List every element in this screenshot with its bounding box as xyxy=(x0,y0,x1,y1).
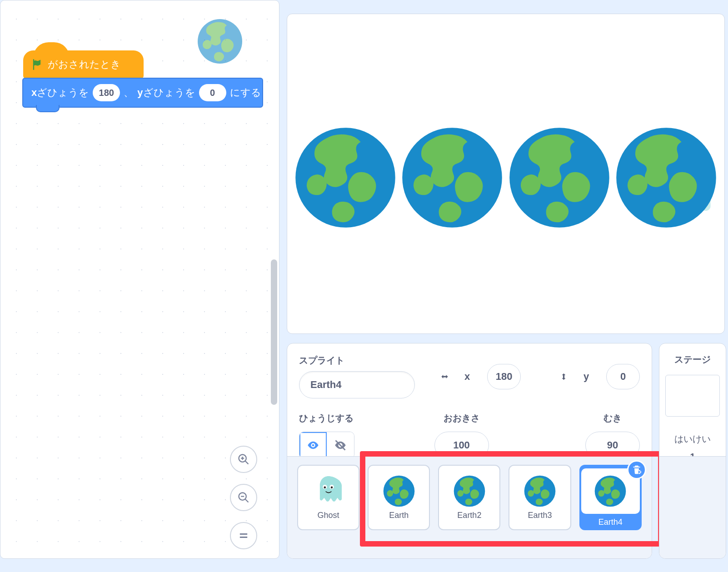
earth-icon xyxy=(454,475,485,507)
sprite-tile-ghost[interactable]: Ghost xyxy=(297,465,359,530)
earth-icon xyxy=(594,475,626,507)
stage-sprite-earth-2[interactable] xyxy=(401,127,503,229)
show-label: ひょうじする xyxy=(299,412,354,424)
ghost-icon xyxy=(313,475,344,507)
sprite-tile-label: Earth3 xyxy=(528,511,552,520)
backdrop-label: はいけい xyxy=(674,433,711,445)
sprite-size-input[interactable]: 100 xyxy=(434,432,489,459)
sprite-tile-earth4[interactable]: Earth4 xyxy=(579,465,642,530)
motion-y-letter: y xyxy=(137,87,143,98)
when-flag-clicked-block[interactable]: がおされたとき xyxy=(23,50,144,79)
stage-panel: ステージ はいけい 1 xyxy=(659,343,726,559)
motion-y-input[interactable]: 0 xyxy=(199,84,226,101)
motion-suffix: にする xyxy=(230,86,261,99)
sprite-tile-earth2[interactable]: Earth2 xyxy=(438,465,500,530)
green-flag-icon xyxy=(30,58,43,71)
sprite-tile-earth3[interactable]: Earth3 xyxy=(509,465,571,530)
sprite-tile-label: Earth4 xyxy=(598,517,623,527)
zoom-in-icon xyxy=(237,453,250,466)
earth-icon xyxy=(524,475,556,507)
sprite-tile-label: Ghost xyxy=(318,511,339,520)
sprite-tile-label: Earth xyxy=(389,511,409,520)
stage-sprite-earth-1[interactable] xyxy=(294,127,396,229)
sprite-info-panel: スプライト x 180 y 0 ひょうじする xyxy=(287,343,652,559)
eye-hide-icon xyxy=(334,439,347,452)
goto-xy-block[interactable]: xざひょうを 180 、 yざひょうを 0 にする xyxy=(22,78,263,108)
zoom-out-icon xyxy=(237,491,250,504)
x-letter: x xyxy=(464,371,470,383)
sprite-section-label: スプライト xyxy=(299,354,415,367)
sprite-name-input[interactable] xyxy=(299,371,415,398)
sprite-tile-label: Earth2 xyxy=(457,511,481,520)
y-letter: y xyxy=(583,371,589,383)
stage-sprite-earth-4[interactable] xyxy=(615,127,717,229)
size-label: おおきさ xyxy=(444,412,480,424)
stage-panel-footer xyxy=(659,456,726,558)
block-stack[interactable]: がおされたとき xざひょうを 180 、 yざひょうを 0 にする xyxy=(23,50,263,108)
show-sprite-button[interactable] xyxy=(299,432,327,458)
sprite-list: GhostEarthEarth2Earth3Earth4 xyxy=(287,456,652,558)
scripts-scrollbar[interactable] xyxy=(271,259,277,405)
delete-sprite-button[interactable] xyxy=(627,460,646,479)
motion-x-letter: x xyxy=(31,87,37,98)
eye-show-icon xyxy=(307,439,319,452)
motion-x-input[interactable]: 180 xyxy=(93,84,120,101)
horizontal-arrows-icon xyxy=(440,371,449,383)
hat-block-label: がおされたとき xyxy=(48,58,121,71)
visibility-toggle xyxy=(299,432,354,459)
stage[interactable] xyxy=(287,14,725,334)
sprite-tile-earth[interactable]: Earth xyxy=(368,465,430,530)
motion-word-1: ざひょうを xyxy=(37,87,89,98)
hide-sprite-button[interactable] xyxy=(327,432,354,458)
scripts-panel[interactable]: がおされたとき xざひょうを 180 、 yざひょうを 0 にする xyxy=(0,0,279,559)
vertical-arrows-icon xyxy=(559,371,568,383)
motion-separator: 、 xyxy=(124,86,134,99)
stage-title: ステージ xyxy=(674,353,711,366)
direction-label: むき xyxy=(603,412,622,424)
zoom-reset-icon xyxy=(237,529,250,542)
earth-icon xyxy=(383,475,415,507)
stage-sprite-earth-3[interactable] xyxy=(509,127,610,229)
zoom-out-button[interactable] xyxy=(230,484,257,511)
backdrop-thumbnail[interactable] xyxy=(665,375,720,417)
zoom-reset-button[interactable] xyxy=(230,522,257,549)
motion-word-2: ざひょうを xyxy=(143,87,195,98)
trash-icon xyxy=(632,465,641,474)
sprite-y-input[interactable]: 0 xyxy=(606,364,640,389)
zoom-in-button[interactable] xyxy=(230,446,257,473)
sprite-direction-input[interactable]: 90 xyxy=(585,432,640,459)
sprite-x-input[interactable]: 180 xyxy=(487,364,521,389)
